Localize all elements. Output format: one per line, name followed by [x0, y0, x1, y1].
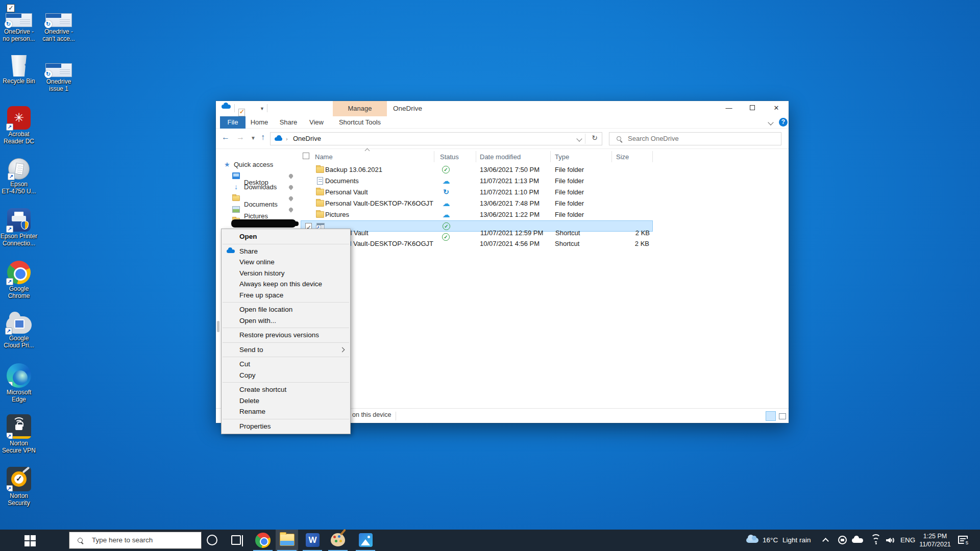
column-header-date[interactable]: Date modified [480, 150, 521, 164]
qat-properties-icon[interactable] [238, 109, 245, 116]
taskbar-app-photos[interactable] [354, 530, 377, 551]
desktop-icon-epson-et4750[interactable]: ↗ EpsonET-4750 U... [0, 158, 44, 195]
desktop-icon-norton-security[interactable]: ↗ NortonSecurity [0, 467, 44, 507]
language-indicator[interactable]: ENG [900, 530, 915, 551]
menu-item-cut[interactable]: Cut [222, 359, 350, 370]
column-header-status[interactable]: Status [440, 150, 459, 164]
file-row[interactable]: Personal Vault ↻ 11/07/2021 1:10 PM File… [301, 187, 653, 198]
menu-item-always-keep-on-device[interactable]: Always keep on this device [222, 279, 350, 290]
cloud-print-icon: ↗ [6, 316, 32, 334]
menu-item-properties[interactable]: Properties [222, 421, 350, 432]
file-row[interactable]: Documents ☁ 11/07/2021 1:13 PM File fold… [301, 176, 653, 187]
file-row[interactable]: Personal Vault-DESKTOP-7K6OGJT ☁ 13/06/2… [301, 198, 653, 209]
nav-item-desktop[interactable]: Desktop [216, 170, 302, 182]
menu-item-view-online[interactable]: View online [222, 257, 350, 268]
up-icon[interactable]: ↑ [261, 133, 265, 142]
maximize-button[interactable] [741, 101, 764, 116]
minimize-button[interactable]: — [717, 101, 741, 116]
icon-label: Reader DC [0, 138, 44, 145]
desktop-icon-onedrive-issue-1[interactable]: ↻ Onedriveissue 1 [33, 63, 84, 92]
tab-share[interactable]: Share [275, 116, 302, 129]
taskbar-app-paint[interactable] [327, 530, 349, 551]
nav-scrollbar-thumb[interactable] [217, 321, 219, 332]
file-row[interactable]: Pictures ☁ 13/06/2021 1:22 PM File folde… [301, 209, 653, 220]
column-header-type[interactable]: Type [555, 150, 569, 164]
tab-shortcut-tools[interactable]: Shortcut Tools [333, 116, 387, 129]
tab-home[interactable]: Home [247, 116, 272, 129]
menu-item-rename[interactable]: Rename [222, 406, 350, 417]
task-view-button[interactable] [231, 535, 241, 545]
nav-quick-access[interactable]: ★ Quick access [216, 159, 302, 170]
file-row[interactable]: Backup 13.06.2021 ✓ 13/06/2021 7:50 PM F… [301, 164, 653, 176]
menu-item-open-file-location[interactable]: Open file location [222, 304, 350, 315]
nav-item-downloads[interactable]: ↓ Downloads [216, 182, 302, 193]
menu-item-copy[interactable]: Copy [222, 370, 350, 381]
menu-item-version-history[interactable]: Version history [222, 268, 350, 279]
start-button[interactable] [24, 535, 35, 546]
desktop-icon-acrobat-reader[interactable]: ✳↗ AcrobatReader DC [0, 106, 44, 145]
wifi-icon[interactable] [870, 536, 881, 545]
taskbar-app-word[interactable]: W [301, 530, 324, 551]
taskbar-app-file-explorer[interactable] [276, 530, 298, 551]
breadcrumb-location[interactable]: OneDrive [293, 133, 321, 145]
cortana-button[interactable] [207, 535, 217, 545]
weather-condition[interactable]: Light rain [782, 530, 811, 551]
title-bar[interactable]: ▼ Manage OneDrive — ✕ [216, 101, 789, 116]
ribbon-collapse-icon[interactable] [768, 119, 773, 125]
pin-icon [288, 195, 293, 201]
help-icon[interactable]: ? [779, 118, 788, 127]
back-icon[interactable]: ← [222, 133, 230, 142]
onedrive-cloud-icon [227, 249, 235, 253]
menu-item-share[interactable]: Share [222, 246, 350, 257]
file-row-selected[interactable]: Personal Vault ✓ 11/07/2021 12:59 PM Sho… [301, 220, 653, 232]
redaction-blob [231, 219, 296, 228]
taskbar-search-input[interactable]: Type here to search [69, 532, 202, 549]
norton-security-icon: ↗ [7, 467, 31, 491]
nav-item-documents[interactable]: Documents [216, 193, 302, 204]
action-center-icon[interactable]: 5 [958, 536, 968, 544]
recent-locations-icon[interactable]: ▼ [251, 135, 256, 141]
taskbar-app-chrome[interactable] [252, 530, 274, 551]
tab-view[interactable]: View [305, 116, 328, 129]
volume-icon[interactable] [886, 536, 895, 544]
thumbnail-view-button[interactable] [777, 411, 788, 421]
menu-item-create-shortcut[interactable]: Create shortcut [222, 384, 350, 395]
select-all-checkbox[interactable] [303, 153, 309, 159]
desktop-icon-onedrive-cant-access[interactable]: ↻ Onedrive -can't acce... [33, 13, 84, 42]
qat-customize-icon[interactable]: ▼ [260, 106, 264, 111]
desktop-icon-norton-secure-vpn[interactable]: ↗ NortonSecure VPN [0, 414, 44, 454]
desktop-select-checkbox[interactable] [7, 4, 15, 12]
menu-item-open[interactable]: Open [222, 231, 350, 242]
column-header-size[interactable]: Size [616, 150, 629, 164]
taskbar-clock[interactable]: 1:25 PM 11/07/2021 [917, 532, 953, 548]
sync-icon: ↻ [44, 20, 52, 28]
tray-overflow-icon[interactable] [822, 538, 829, 544]
desktop-icon-google-chrome[interactable]: ↗ GoogleChrome [0, 261, 44, 299]
details-view-button[interactable] [766, 411, 776, 421]
onedrive-tray-icon[interactable] [852, 538, 863, 543]
weather-icon[interactable] [746, 538, 758, 543]
menu-item-free-up-space[interactable]: Free up space [222, 290, 350, 301]
menu-item-send-to[interactable]: Send to [222, 344, 350, 356]
desktop-icon-microsoft-edge[interactable]: ↗ MicrosoftEdge [0, 363, 44, 403]
menu-item-restore-previous-versions[interactable]: Restore previous versions [222, 330, 350, 341]
address-bar[interactable]: › OneDrive ↻ [270, 132, 602, 145]
ribbon-contextual-tab-manage[interactable]: Manage [333, 101, 387, 116]
menu-item-open-with[interactable]: Open with... [222, 315, 350, 327]
close-button[interactable]: ✕ [764, 101, 789, 116]
screenshot-thumbnail-icon: ↻ [6, 13, 32, 27]
address-dropdown-icon[interactable] [576, 136, 582, 141]
column-header-name[interactable]: Name [315, 150, 333, 164]
nav-item-pictures[interactable]: Pictures [216, 204, 302, 215]
desktop-icon-epson-printer-connection[interactable]: ↗ Epson PrinterConnectio... [0, 208, 44, 247]
weather-temperature[interactable]: 16°C [763, 530, 778, 551]
address-toolbar: ← → ▼ ↑ › OneDrive ↻ Search OneDrive [216, 129, 789, 149]
desktop-icon-google-cloud-print[interactable]: ↗ GoogleCloud Pri... [0, 312, 44, 349]
meet-now-icon[interactable] [838, 536, 847, 544]
file-row[interactable]: Personal Vault-DESKTOP-7K6OGJT ✓ 10/07/2… [301, 232, 653, 243]
refresh-icon[interactable]: ↻ [592, 134, 598, 142]
search-box[interactable]: Search OneDrive [609, 132, 781, 145]
forward-icon[interactable]: → [236, 133, 244, 142]
menu-item-delete[interactable]: Delete [222, 395, 350, 407]
tab-file[interactable]: File [220, 116, 246, 129]
